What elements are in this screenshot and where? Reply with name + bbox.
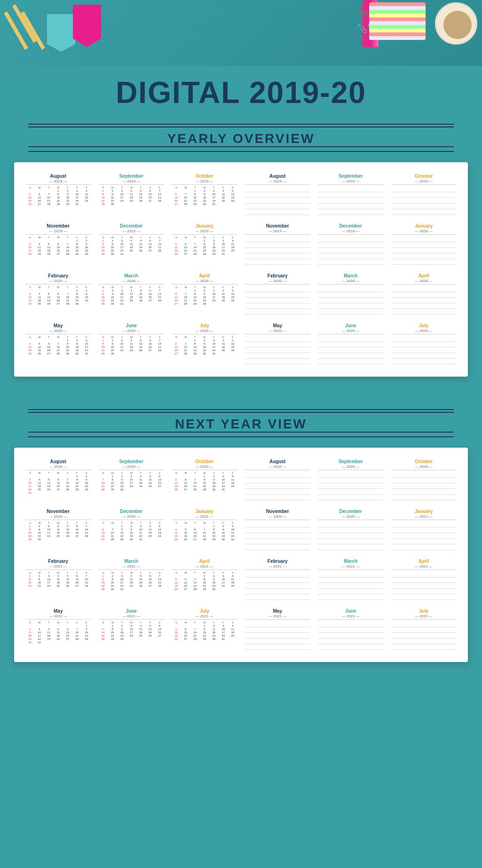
notes-month: October— 2020 — [389, 457, 459, 503]
note-line [245, 595, 311, 600]
note-line [245, 523, 311, 528]
note-line [245, 199, 311, 204]
pencil-2 [12, 4, 37, 43]
calendar-month: April— 2020 —SMTWTFS12345678910111213141… [170, 271, 239, 317]
note-line [245, 490, 311, 495]
note-line [318, 584, 384, 589]
note-line [391, 293, 457, 298]
note-line [391, 490, 457, 495]
note-line [245, 287, 311, 292]
note-line [318, 237, 384, 242]
note-line [318, 287, 384, 292]
note-line [245, 260, 311, 265]
notes-month: December— 2020 — [316, 507, 386, 553]
note-line [318, 623, 384, 627]
note-line [245, 188, 311, 192]
tag-pink [73, 5, 101, 47]
note-line [391, 304, 457, 309]
note-line [391, 540, 457, 544]
note-line [391, 584, 457, 589]
note-line [318, 243, 384, 248]
note-line [318, 628, 384, 633]
note-line [391, 645, 457, 650]
note-line [245, 337, 311, 342]
notes-month: February— 2021 — [243, 557, 313, 603]
note-line [318, 573, 384, 577]
note-line [391, 529, 457, 533]
notes-month: January— 2021 — [389, 507, 459, 553]
note-line [245, 348, 311, 353]
notes-month: June— 2021 — [316, 607, 386, 653]
note-line [318, 193, 384, 198]
note-line [391, 249, 457, 253]
title-section: DIGITAL 2019-20 [0, 66, 482, 115]
calendar-month: October— 2020 —SMTWTFS123456789101112131… [170, 457, 239, 503]
note-line [245, 634, 311, 639]
notes-month: February— 2020 — [243, 271, 313, 317]
note-line [245, 540, 311, 544]
note-line [245, 299, 311, 303]
calendar-month: August— 2020 —SMTWTFS1234567891011121314… [24, 457, 93, 503]
notes-month: July— 2020 — [389, 321, 459, 367]
note-line [391, 193, 457, 198]
notes-month: January— 2020 — [389, 221, 459, 268]
note-line [391, 573, 457, 577]
top-divider-2 [28, 412, 454, 413]
note-line [391, 188, 457, 192]
coffee-cup [435, 2, 477, 45]
notes-month: October— 2019 — [389, 172, 459, 218]
calendar-month: November— 2019 —SMTWTFS12345678910111213… [24, 221, 93, 268]
yearly-overview-header: YEARLY OVERVIEW [0, 115, 482, 158]
note-line [391, 348, 457, 353]
note-line [245, 205, 311, 209]
note-line [245, 304, 311, 309]
note-line [245, 360, 311, 364]
top-divider [28, 126, 454, 127]
yearly-calendar-grid: August— 2019 —SMTWTFS1234567891011121314… [24, 172, 458, 367]
notes-month: July— 2021 — [389, 607, 459, 653]
note-line [245, 496, 311, 500]
yearly-overview-title: YEARLY OVERVIEW [0, 131, 482, 146]
note-line [245, 193, 311, 198]
note-line [391, 243, 457, 248]
note-line [245, 578, 311, 583]
note-line [391, 628, 457, 633]
notes-month: August— 2020 — [243, 457, 313, 503]
notes-month: September— 2020 — [316, 457, 386, 503]
calendar-month: December— 2020 —SMTWTFS12345678910111213… [97, 507, 166, 553]
calendar-month: January— 2021 —SMTWTFS123456789101112131… [170, 507, 239, 553]
note-line [245, 545, 311, 550]
calendar-month: June— 2020 —SMTWTFS123456789101112131415… [97, 321, 166, 367]
note-line [391, 578, 457, 583]
note-line [245, 529, 311, 533]
yearly-overview-card: August— 2019 —SMTWTFS1234567891011121314… [14, 162, 468, 377]
calendar-month: March— 2020 —SMTWTFS12345678910111213141… [97, 271, 166, 317]
notes-month: March— 2020 — [316, 271, 386, 317]
next-year-header: NEXT YEAR VIEW [0, 400, 482, 443]
note-line [245, 639, 311, 644]
header-decoration: ✂ 📎📎📎 [0, 0, 482, 66]
note-line [391, 254, 457, 259]
note-line [318, 545, 384, 550]
envelope-decoration [369, 2, 426, 40]
note-line [245, 584, 311, 589]
note-line [245, 243, 311, 248]
note-line [245, 354, 311, 359]
note-line [318, 199, 384, 204]
note-line [318, 293, 384, 298]
calendar-month: September— 2019 —SMTWTFS1234567891011121… [97, 172, 166, 218]
note-line [245, 573, 311, 577]
note-line [318, 260, 384, 265]
note-line [391, 260, 457, 265]
note-line [391, 210, 457, 215]
note-line [391, 545, 457, 550]
note-line [245, 293, 311, 298]
note-line [391, 337, 457, 342]
note-line [391, 639, 457, 644]
note-line [391, 205, 457, 209]
note-line [318, 490, 384, 495]
note-line [245, 310, 311, 315]
calendar-month: March— 2021 —SMTWTFS12345678910111213141… [97, 557, 166, 603]
note-line [391, 199, 457, 204]
note-line [318, 484, 384, 489]
